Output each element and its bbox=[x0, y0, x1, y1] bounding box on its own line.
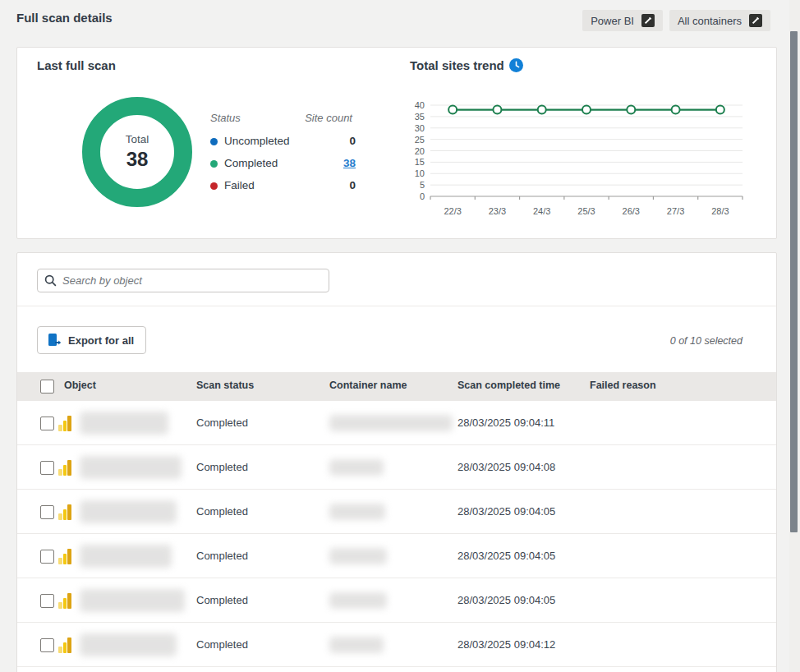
legend-dot bbox=[210, 182, 218, 190]
edit-popout-icon bbox=[641, 14, 655, 27]
search-input[interactable] bbox=[62, 274, 322, 287]
svg-text:22/3: 22/3 bbox=[444, 206, 461, 216]
table-header: Object Scan status Container name Scan c… bbox=[17, 372, 776, 401]
svg-text:25/3: 25/3 bbox=[577, 206, 595, 216]
svg-text:35: 35 bbox=[415, 112, 425, 122]
scan-status-cell: Completed bbox=[196, 505, 248, 518]
all-containers-filter-label: All containers bbox=[678, 15, 742, 27]
scan-completed-time-cell: 28/03/2025 09:04:12 bbox=[457, 638, 555, 651]
legend-value-link[interactable]: 38 bbox=[343, 157, 356, 169]
object-name-redacted bbox=[80, 633, 177, 656]
scrollbar-track[interactable] bbox=[789, 0, 800, 672]
scan-status-cell: Completed bbox=[196, 417, 248, 429]
header-filter-chips: Power BI All containers bbox=[582, 10, 770, 31]
export-icon bbox=[48, 333, 62, 348]
powerbi-icon bbox=[58, 504, 72, 520]
edit-popout-icon bbox=[749, 14, 762, 27]
scan-status-cell: Completed bbox=[196, 461, 248, 473]
svg-text:27/3: 27/3 bbox=[667, 206, 684, 216]
search-icon bbox=[44, 274, 57, 287]
container-name-redacted bbox=[329, 415, 453, 431]
legend-label: Uncompleted bbox=[224, 135, 290, 147]
container-name-redacted bbox=[329, 504, 385, 520]
row-checkbox[interactable] bbox=[40, 505, 54, 519]
svg-text:15: 15 bbox=[415, 157, 425, 167]
scan-completed-time-cell: 28/03/2025 09:04:11 bbox=[457, 417, 554, 429]
search-box bbox=[37, 269, 329, 292]
svg-text:30: 30 bbox=[415, 123, 425, 133]
column-header-scan-completed-time[interactable]: Scan completed time bbox=[457, 380, 560, 391]
row-checkbox[interactable] bbox=[40, 638, 54, 652]
all-containers-filter-button[interactable]: All containers bbox=[669, 10, 770, 31]
svg-text:5: 5 bbox=[420, 180, 425, 190]
power-bi-filter-button[interactable]: Power BI bbox=[582, 10, 663, 31]
legend-site-count-header: Site count bbox=[305, 112, 352, 124]
scan-completed-time-cell: 28/03/2025 09:04:05 bbox=[457, 594, 555, 606]
page-title: Full scan details bbox=[16, 11, 113, 25]
total-sites-trend-title: Total sites trend bbox=[410, 58, 523, 72]
row-checkbox[interactable] bbox=[40, 417, 54, 430]
legend-label: Completed bbox=[224, 157, 278, 169]
powerbi-icon bbox=[58, 637, 72, 653]
scan-completed-time-cell: 28/03/2025 09:04:05 bbox=[457, 550, 555, 562]
scan-completed-time-cell: 28/03/2025 09:04:08 bbox=[457, 461, 555, 473]
row-checkbox[interactable] bbox=[40, 594, 54, 608]
selection-status: 0 of 10 selected bbox=[670, 335, 743, 347]
column-header-scan-status[interactable]: Scan status bbox=[196, 380, 254, 391]
row-checkbox[interactable] bbox=[40, 461, 54, 475]
table-row: Completed28/03/2025 09:04:05 bbox=[17, 578, 776, 623]
table-row: Completed28/03/2025 09:04:11 bbox=[17, 401, 776, 445]
legend-item-uncompleted: Uncompleted0 bbox=[210, 135, 356, 150]
svg-text:28/3: 28/3 bbox=[711, 206, 729, 216]
scan-results-card: Export for all 0 of 10 selected Object S… bbox=[16, 252, 777, 672]
export-for-all-button[interactable]: Export for all bbox=[37, 326, 146, 354]
legend-dot bbox=[210, 138, 218, 145]
legend-item-failed: Failed0 bbox=[210, 179, 356, 194]
powerbi-icon bbox=[58, 592, 72, 609]
divider bbox=[17, 306, 776, 306]
scan-status-cell: Completed bbox=[196, 550, 248, 562]
column-header-object[interactable]: Object bbox=[64, 380, 96, 391]
container-name-redacted bbox=[329, 459, 384, 476]
legend-label: Failed bbox=[224, 179, 255, 191]
svg-text:0: 0 bbox=[420, 191, 425, 201]
scan-completed-time-cell: 28/03/2025 09:04:05 bbox=[457, 505, 555, 518]
svg-text:23/3: 23/3 bbox=[489, 206, 506, 216]
powerbi-icon bbox=[58, 459, 72, 476]
scan-status-cell: Completed bbox=[196, 594, 248, 606]
object-name-redacted bbox=[80, 589, 185, 612]
legend-value: 0 bbox=[349, 135, 356, 147]
table-row: Completed28/03/2025 09:04:05 bbox=[17, 490, 776, 534]
legend-item-completed: Completed38 bbox=[210, 157, 356, 172]
column-header-container-name[interactable]: Container name bbox=[329, 380, 407, 391]
container-name-redacted bbox=[329, 548, 387, 564]
powerbi-icon bbox=[58, 548, 72, 564]
svg-text:40: 40 bbox=[415, 100, 425, 110]
object-name-redacted bbox=[80, 545, 172, 568]
svg-text:26/3: 26/3 bbox=[623, 206, 640, 216]
svg-text:20: 20 bbox=[415, 146, 425, 156]
clock-icon bbox=[509, 58, 523, 72]
last-full-scan-title: Last full scan bbox=[37, 58, 116, 72]
table-row: Completed28/03/2025 09:04:05 bbox=[17, 534, 776, 578]
select-all-checkbox[interactable] bbox=[40, 380, 54, 394]
row-checkbox[interactable] bbox=[40, 550, 54, 564]
column-header-failed-reason[interactable]: Failed reason bbox=[590, 380, 656, 391]
donut-total-value: 38 bbox=[126, 148, 149, 171]
table-body: Completed28/03/2025 09:04:11Completed28/… bbox=[17, 401, 776, 667]
object-name-redacted bbox=[80, 456, 182, 479]
donut-center: Total 38 bbox=[81, 96, 193, 208]
container-name-redacted bbox=[329, 592, 387, 609]
object-name-redacted bbox=[80, 412, 168, 435]
export-for-all-label: Export for all bbox=[68, 334, 134, 347]
donut-total-label: Total bbox=[126, 133, 149, 145]
total-sites-trend-chart: 051015202530354022/323/324/325/326/327/3… bbox=[402, 93, 771, 226]
container-name-redacted bbox=[329, 637, 384, 653]
powerbi-icon bbox=[58, 415, 72, 431]
legend-dot bbox=[210, 160, 218, 168]
svg-text:10: 10 bbox=[415, 168, 425, 178]
power-bi-filter-label: Power BI bbox=[591, 15, 634, 27]
legend-value: 0 bbox=[349, 179, 356, 191]
scrollbar-thumb[interactable] bbox=[790, 31, 798, 532]
table-row: Completed28/03/2025 09:04:12 bbox=[17, 623, 776, 667]
